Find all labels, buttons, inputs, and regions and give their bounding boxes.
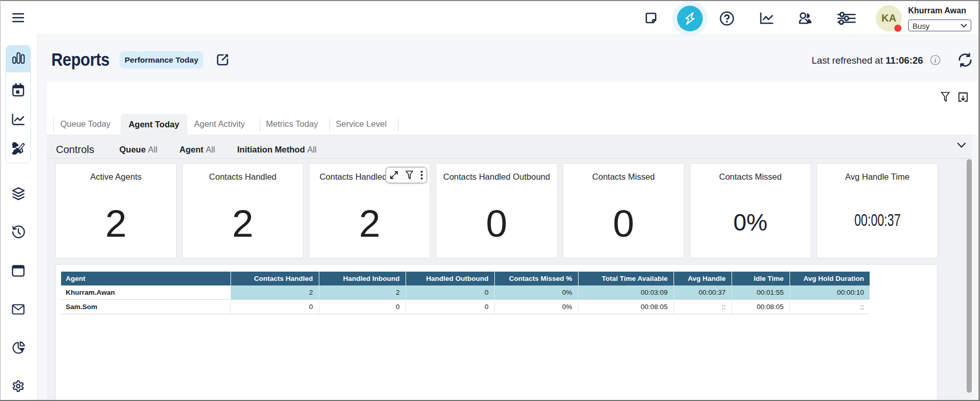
svg-text:i: i [934,57,936,64]
